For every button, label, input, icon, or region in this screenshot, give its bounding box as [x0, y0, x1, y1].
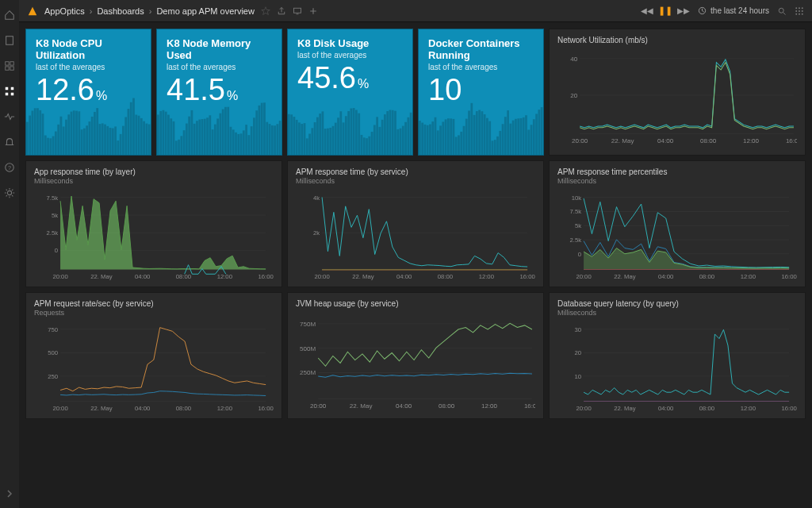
- tile-title: APM request rate/sec (by service): [34, 299, 274, 308]
- star-icon[interactable]: [261, 6, 270, 16]
- crumb-1[interactable]: Dashboards: [97, 6, 144, 16]
- svg-rect-54: [104, 125, 106, 155]
- svg-rect-25: [29, 116, 31, 155]
- timerange-selector[interactable]: the last 24 hours: [698, 6, 769, 15]
- svg-rect-148: [361, 135, 363, 155]
- svg-rect-30: [42, 114, 44, 155]
- svg-rect-69: [143, 121, 145, 155]
- apps-icon[interactable]: [4, 86, 15, 97]
- svg-rect-164: [402, 126, 404, 155]
- home-icon[interactable]: [4, 10, 15, 21]
- svg-rect-57: [112, 129, 114, 155]
- svg-rect-96: [220, 114, 222, 155]
- play-controls: ◀◀ ❚❚ ▶▶: [641, 6, 690, 16]
- tile-title: APM response time percentiles: [557, 167, 797, 176]
- expand-sidebar-icon[interactable]: [5, 489, 14, 498]
- svg-text:08:00: 08:00: [699, 405, 714, 412]
- svg-rect-52: [99, 124, 102, 155]
- svg-text:04:00: 04:00: [396, 402, 412, 410]
- pause-icon[interactable]: ❚❚: [658, 6, 672, 16]
- chart-app-resp[interactable]: App response time (by layer) Millisecond…: [25, 160, 282, 287]
- svg-rect-107: [247, 135, 250, 155]
- svg-point-22: [799, 13, 800, 14]
- chart-db[interactable]: Database query latency (by query) Millis…: [549, 292, 806, 419]
- svg-text:20: 20: [570, 92, 577, 99]
- svg-rect-166: [407, 117, 409, 155]
- bell-icon[interactable]: [4, 137, 15, 148]
- svg-rect-8: [11, 93, 14, 96]
- svg-rect-58: [114, 127, 117, 155]
- svg-rect-194: [486, 118, 488, 155]
- svg-rect-44: [78, 111, 80, 155]
- search-icon[interactable]: [777, 6, 787, 16]
- svg-rect-119: [279, 121, 282, 155]
- svg-rect-145: [353, 108, 355, 155]
- page-icon[interactable]: [4, 35, 15, 46]
- svg-rect-7: [6, 93, 9, 96]
- plus-icon[interactable]: [308, 6, 318, 16]
- svg-rect-78: [173, 121, 175, 155]
- tile-title: K8 Disk Usage: [297, 37, 403, 49]
- svg-rect-159: [389, 110, 392, 155]
- svg-rect-142: [345, 116, 347, 155]
- svg-rect-5: [6, 87, 9, 90]
- tile-subtitle: last of the averages: [428, 63, 534, 71]
- svg-rect-190: [476, 111, 478, 155]
- svg-rect-121: [290, 114, 293, 155]
- svg-point-17: [802, 7, 803, 9]
- svg-rect-36: [57, 125, 59, 155]
- svg-rect-47: [86, 125, 88, 155]
- stat-tile-memory[interactable]: K8 Node Memory Used last of the averages…: [156, 29, 282, 156]
- stat-tile-disk[interactable]: K8 Disk Usage last of the averages 45.6%: [287, 29, 413, 156]
- svg-rect-82: [183, 130, 186, 155]
- svg-text:08:00: 08:00: [176, 273, 191, 280]
- svg-text:4k: 4k: [313, 194, 320, 202]
- chart-jvm[interactable]: JVM heap usage (by service) 250M500M750M…: [287, 292, 544, 419]
- svg-rect-172: [429, 125, 431, 155]
- rewind-icon[interactable]: ◀◀: [641, 6, 653, 15]
- tile-title: Docker Containers Running: [428, 37, 534, 61]
- svg-rect-114: [266, 122, 268, 155]
- svg-text:20:00: 20:00: [310, 402, 327, 410]
- stat-tile-containers[interactable]: Docker Containers Running last of the av…: [418, 29, 544, 156]
- pulse-icon[interactable]: [4, 111, 15, 122]
- timerange-label: the last 24 hours: [710, 6, 769, 15]
- gear-icon[interactable]: [4, 187, 15, 198]
- chart-req-rate[interactable]: APM request rate/sec (by service) Reques…: [25, 292, 282, 419]
- svg-rect-132: [319, 114, 321, 155]
- crumb-0[interactable]: AppOptics: [44, 6, 85, 16]
- share-icon[interactable]: [277, 6, 286, 16]
- svg-rect-141: [343, 122, 345, 155]
- chart-net-util[interactable]: Network Utilization (mb/s) 204020:0022. …: [549, 29, 806, 156]
- svg-rect-70: [145, 124, 147, 155]
- svg-rect-133: [322, 112, 324, 155]
- svg-rect-171: [427, 125, 429, 155]
- svg-rect-55: [106, 126, 109, 155]
- chart-apm-pct[interactable]: APM response time percentiles Millisecon…: [549, 160, 806, 287]
- svg-rect-167: [410, 113, 412, 155]
- crumb-2[interactable]: Demo app APM overview: [156, 6, 255, 16]
- svg-text:12:00: 12:00: [479, 273, 494, 280]
- svg-rect-12: [293, 8, 301, 13]
- forward-icon[interactable]: ▶▶: [677, 6, 690, 15]
- chart-apm-resp[interactable]: APM response time (by service) Milliseco…: [287, 160, 544, 287]
- sparkline-bars: [26, 86, 151, 155]
- svg-rect-173: [431, 121, 434, 155]
- svg-point-11: [7, 190, 11, 194]
- stat-tile-cpu[interactable]: K8 Node CPU Utilization last of the aver…: [25, 29, 151, 156]
- svg-point-21: [795, 13, 797, 14]
- sparkline-bars: [157, 86, 282, 155]
- monitor-icon[interactable]: [293, 6, 302, 16]
- grid-icon[interactable]: [4, 60, 15, 71]
- svg-text:22. May: 22. May: [614, 273, 636, 280]
- help-icon[interactable]: ?: [4, 162, 15, 173]
- svg-rect-187: [468, 111, 470, 155]
- svg-rect-102: [235, 133, 237, 155]
- svg-rect-206: [517, 118, 519, 155]
- apps-menu-icon[interactable]: [795, 6, 804, 16]
- svg-rect-109: [253, 117, 255, 155]
- svg-rect-157: [384, 114, 386, 155]
- svg-rect-29: [39, 110, 41, 155]
- svg-text:08:00: 08:00: [699, 273, 714, 280]
- svg-rect-93: [212, 129, 214, 155]
